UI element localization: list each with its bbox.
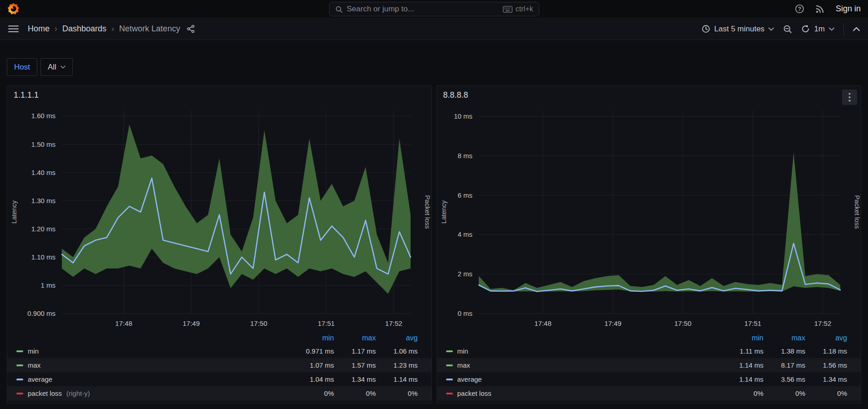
legend-series-label: packet loss	[28, 389, 62, 397]
share-nodes-icon	[186, 25, 195, 33]
breadcrumb-separator: ›	[111, 24, 114, 34]
legend-value: 0%	[805, 389, 847, 397]
legend-value: 1.34 ms	[334, 375, 376, 383]
svg-text:6 ms: 6 ms	[457, 191, 472, 199]
shortcut-label: ctrl+k	[516, 5, 533, 13]
svg-text:8 ms: 8 ms	[457, 152, 472, 160]
svg-text:17:49: 17:49	[604, 319, 622, 327]
legend-sort-min[interactable]: min	[292, 334, 334, 342]
legend-value: 1.11 ms	[722, 347, 763, 355]
legend-row-max: max1.07 ms1.57 ms1.23 ms	[7, 358, 431, 372]
legend-value: 3.56 ms	[763, 375, 805, 383]
panel-1.1.1.1: 1.1.1.1 1.60 ms1.50 ms1.40 ms1.30 ms1.20…	[7, 85, 432, 404]
legend-sort-avg[interactable]: avg	[376, 334, 418, 342]
legend: minmaxavg min0.971 ms1.17 ms1.06 msmax1.…	[7, 332, 431, 403]
search-input[interactable]: Search or jump to... ctrl+k	[329, 2, 539, 16]
timeseries-plot[interactable]: 1.60 ms1.50 ms1.40 ms1.30 ms1.20 ms1.10 …	[7, 104, 431, 332]
y-axis-title: Latency	[10, 200, 18, 224]
series-color-swatch	[16, 393, 23, 394]
legend-series-toggle[interactable]: min	[16, 347, 292, 355]
zoom-out-icon	[783, 25, 792, 34]
svg-text:1.50 ms: 1.50 ms	[31, 140, 55, 148]
series-color-swatch	[16, 379, 23, 380]
time-range-picker[interactable]: Last 5 minutes	[702, 25, 774, 34]
search-placeholder: Search or jump to...	[347, 5, 499, 14]
svg-text:17:51: 17:51	[318, 319, 335, 327]
legend-sort-max[interactable]: max	[763, 334, 805, 342]
chevron-up-icon	[853, 27, 860, 31]
refresh-picker[interactable]: 1m	[801, 25, 834, 34]
zoom-out-time-button[interactable]	[783, 25, 792, 34]
legend-series-toggle[interactable]: average	[16, 375, 292, 383]
svg-text:4 ms: 4 ms	[457, 230, 472, 238]
legend-row-packet-loss: packet loss0%0%0%	[437, 386, 861, 400]
svg-text:17:52: 17:52	[814, 319, 831, 327]
legend-row-packet-loss: packet loss(right-y)0%0%0%	[7, 386, 431, 400]
legend-value: 1.17 ms	[334, 347, 376, 355]
legend-row-min: min1.11 ms1.38 ms1.18 ms	[437, 344, 861, 358]
svg-text:17:50: 17:50	[674, 319, 692, 327]
help-button[interactable]: ?	[795, 4, 804, 14]
panel-header: 8.8.8.8	[437, 86, 861, 104]
svg-text:17:48: 17:48	[115, 319, 132, 327]
panel-menu-button[interactable]	[842, 90, 857, 105]
breadcrumb-current-dashboard: Network Latency	[119, 24, 180, 34]
collapse-controls-button[interactable]	[853, 27, 860, 31]
legend-value: 0%	[763, 389, 805, 397]
host-variable-select[interactable]: All	[40, 58, 73, 76]
legend-row-min: min0.971 ms1.17 ms1.06 ms	[7, 344, 431, 358]
timeseries-plot[interactable]: 10 ms8 ms6 ms4 ms2 ms0 ms17:4817:4917:50…	[437, 104, 861, 332]
legend-row-average: average1.14 ms3.56 ms1.34 ms	[437, 372, 861, 386]
legend-series-toggle[interactable]: packet loss	[446, 389, 722, 397]
legend-value: 1.34 ms	[805, 375, 847, 383]
svg-text:2 ms: 2 ms	[457, 270, 472, 278]
chart-area[interactable]: 1.60 ms1.50 ms1.40 ms1.30 ms1.20 ms1.10 …	[7, 104, 431, 332]
svg-text:10 ms: 10 ms	[454, 112, 472, 120]
legend-value: 0.971 ms	[292, 347, 334, 355]
breadcrumb-dashboards[interactable]: Dashboards	[62, 24, 106, 34]
panel-title[interactable]: 1.1.1.1	[14, 90, 39, 100]
legend-value: 1.18 ms	[805, 347, 847, 355]
legend-value: 1.14 ms	[722, 375, 763, 383]
kebab-vertical-icon	[848, 93, 851, 102]
grafana-logo[interactable]	[7, 3, 20, 15]
legend-value: 1.23 ms	[376, 361, 418, 369]
panel-title[interactable]: 8.8.8.8	[443, 90, 468, 100]
panel-header: 1.1.1.1	[7, 86, 431, 104]
toolbar-divider	[843, 23, 844, 35]
dashboard-toolbar: Home › Dashboards › Network Latency Last…	[0, 18, 868, 40]
keyboard-icon	[503, 6, 512, 13]
legend-rows: min0.971 ms1.17 ms1.06 msmax1.07 ms1.57 …	[7, 344, 431, 403]
legend-series-toggle[interactable]: max	[446, 361, 722, 369]
svg-text:1.30 ms: 1.30 ms	[31, 197, 55, 204]
legend-sort-max[interactable]: max	[334, 334, 376, 342]
series-color-swatch	[446, 350, 453, 352]
svg-text:?: ?	[798, 6, 801, 12]
share-dashboard-button[interactable]	[186, 25, 195, 33]
legend-series-toggle[interactable]: packet loss(right-y)	[16, 389, 292, 397]
legend-series-toggle[interactable]: min	[446, 347, 722, 355]
svg-text:17:50: 17:50	[250, 319, 267, 327]
legend-series-label: packet loss	[457, 389, 492, 397]
legend-value: 1.07 ms	[292, 361, 334, 369]
legend-series-label: average	[457, 375, 482, 383]
series-color-swatch	[446, 379, 453, 380]
legend-series-label: max	[28, 361, 40, 369]
right-y-axis-title: Packet loss	[853, 195, 861, 229]
news-button[interactable]	[815, 4, 825, 14]
legend-sort-min[interactable]: min	[722, 334, 763, 342]
breadcrumb-home[interactable]: Home	[28, 24, 50, 34]
chart-area[interactable]: 10 ms8 ms6 ms4 ms2 ms0 ms17:4817:4917:50…	[437, 104, 861, 332]
legend-series-toggle[interactable]: average	[446, 375, 722, 383]
legend-series-toggle[interactable]: max	[16, 361, 292, 369]
host-variable-label[interactable]: Host	[7, 58, 37, 76]
legend-sort-avg[interactable]: avg	[805, 334, 847, 342]
legend-value: 1.38 ms	[763, 347, 805, 355]
mega-menu-button[interactable]	[8, 25, 19, 33]
sign-in-button[interactable]: Sign in	[836, 4, 861, 14]
legend-series-label: min	[457, 347, 468, 355]
variable-controls: Host All	[7, 58, 868, 76]
legend-value: 0%	[376, 389, 418, 397]
legend-value: 0%	[722, 389, 763, 397]
breadcrumb: Home › Dashboards › Network Latency	[28, 24, 180, 34]
